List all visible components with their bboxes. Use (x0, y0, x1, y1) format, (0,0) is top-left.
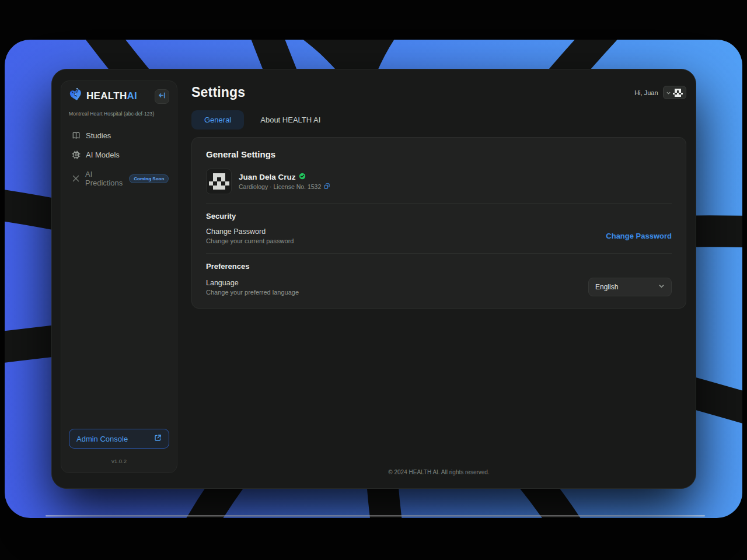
profile-avatar (206, 169, 232, 194)
main-content: Settings Hi, Juan General About HEALTH A… (191, 69, 686, 488)
setting-description: Change your preferred language (206, 289, 299, 296)
setting-label: Change Password (206, 228, 294, 236)
user-chip: Hi, Juan (634, 86, 686, 99)
section-title-security: Security (206, 212, 672, 220)
sidebar-item-studies[interactable]: Studies (69, 126, 169, 145)
setting-text: Change Password Change your current pass… (206, 228, 294, 244)
change-password-link[interactable]: Change Password (606, 232, 672, 240)
main-header: Settings Hi, Juan (191, 85, 686, 100)
tab-about-health-ai[interactable]: About HEALTH AI (247, 110, 333, 130)
page-title: Settings (191, 85, 245, 100)
user-greeting: Hi, Juan (634, 89, 658, 96)
user-avatar (673, 89, 683, 97)
external-link-icon (154, 434, 162, 443)
sidebar-footer: Admin Console v1.0.2 (69, 429, 169, 464)
chevron-down-icon (666, 88, 671, 97)
copy-icon[interactable] (324, 183, 330, 190)
sidebar-item-ai-models[interactable]: AI Models (69, 145, 169, 164)
predictions-x-icon (72, 174, 80, 183)
tab-general[interactable]: General (191, 110, 244, 130)
desktop-background: HEALTHAI Montreal Heart Hospital (abc-de… (0, 0, 747, 560)
sidebar-item-label: AI Predictions (85, 170, 123, 187)
app-window: HEALTHAI Montreal Heart Hospital (abc-de… (51, 69, 696, 489)
brand-name-primary: HEALTH (86, 90, 127, 102)
admin-console-label: Admin Console (76, 435, 128, 443)
book-icon (72, 131, 81, 140)
copyright-text: © 2024 HEALTH AI. All rights reserved. (191, 469, 686, 475)
sidebar-item-label: AI Models (86, 150, 120, 159)
sidebar-collapse-button[interactable] (155, 89, 169, 104)
profile-name: Juan Dela Cruz (239, 173, 296, 181)
profile-info: Juan Dela Cruz Cardiology · License No. … (239, 173, 330, 190)
profile-avatar-pixels (209, 173, 229, 190)
language-row: Language Change your preferred language … (206, 278, 672, 296)
setting-label: Language (206, 279, 299, 287)
card-title: General Settings (206, 149, 672, 159)
preferences-section: Preferences Language Change your preferr… (206, 254, 672, 296)
user-menu-button[interactable] (663, 86, 687, 99)
brand-name-accent: AI (127, 90, 137, 102)
admin-console-button[interactable]: Admin Console (69, 429, 169, 449)
setting-text: Language Change your preferred language (206, 279, 299, 296)
coming-soon-badge: Coming Soon (129, 174, 169, 183)
verified-badge-icon (299, 173, 306, 181)
setting-description: Change your current password (206, 237, 294, 244)
language-select[interactable]: English (588, 278, 672, 296)
language-selected-value: English (595, 283, 618, 291)
collapse-left-icon (158, 92, 166, 101)
sidebar: HEALTHAI Montreal Heart Hospital (abc-de… (61, 80, 177, 473)
profile-row: Juan Dela Cruz Cardiology · License No. … (206, 169, 672, 194)
chevron-down-icon (658, 283, 665, 291)
change-password-row: Change Password Change your current pass… (206, 228, 672, 244)
settings-tabs: General About HEALTH AI (191, 110, 686, 130)
sidebar-nav: Studies AI Models (69, 126, 169, 192)
cpu-icon (72, 150, 81, 159)
healthai-heart-logo-icon (69, 88, 83, 104)
brand-name: HEALTHAI (86, 90, 137, 102)
sidebar-item-ai-predictions[interactable]: AI Predictions Coming Soon (69, 164, 169, 192)
general-settings-card: General Settings Juan Dela Cruz (191, 137, 686, 309)
section-title-preferences: Preferences (206, 262, 672, 271)
brand-row: HEALTHAI (69, 88, 169, 104)
app-version: v1.0.2 (69, 458, 169, 464)
profile-subtitle: Cardiology · License No. 1532 (239, 183, 321, 190)
sidebar-item-label: Studies (86, 131, 111, 140)
workspace-label: Montreal Heart Hospital (abc-def-123) (69, 111, 169, 117)
security-section: Security Change Password Change your cur… (206, 204, 672, 244)
